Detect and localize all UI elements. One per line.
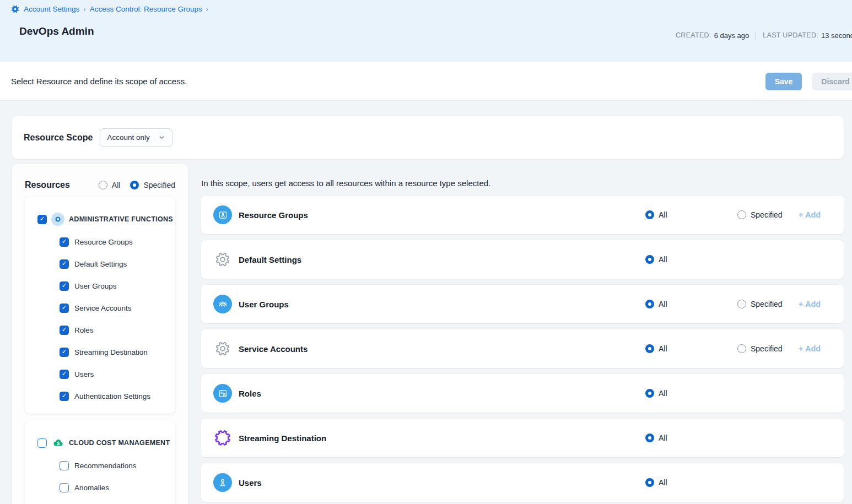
page-header: Account Settings › Access Control: Resou… <box>0 0 852 62</box>
radio-selected-icon <box>645 433 654 442</box>
resource-row-label: Default Settings <box>239 255 301 264</box>
resource-scope-card: Resource Scope Account only <box>12 116 844 159</box>
admin-functions-icon <box>51 213 64 226</box>
breadcrumb-access-control[interactable]: Access Control: Resource Groups <box>90 5 202 13</box>
user-groups-icon <box>213 295 232 313</box>
group-checkbox[interactable] <box>37 438 47 448</box>
chevron-down-icon <box>159 133 165 143</box>
resource-rows: Resource Groups All Specified + Add Defa… <box>201 196 844 502</box>
resource-check-item: Users <box>25 363 175 385</box>
page: Account Settings › Access Control: Resou… <box>0 0 852 504</box>
default-settings-gear-icon <box>213 250 232 269</box>
item-checkbox[interactable] <box>60 326 69 335</box>
resource-row-label: Streaming Destination <box>239 433 326 443</box>
row-radio-all[interactable]: All <box>645 255 667 264</box>
resources-radio-specified[interactable]: Specified <box>130 181 175 189</box>
streaming-destination-icon <box>213 429 232 447</box>
item-label: Resource Groups <box>74 238 133 246</box>
item-label: Roles <box>74 326 94 334</box>
roles-icon <box>213 384 232 403</box>
created-value: 6 days ago <box>714 31 749 40</box>
last-updated-value: 13 seconds ago <box>821 31 852 40</box>
radio-selected-icon <box>645 344 654 353</box>
row-radio-specified[interactable]: Specified <box>737 300 783 308</box>
add-button[interactable]: + Add <box>799 300 821 308</box>
item-checkbox[interactable] <box>60 259 69 269</box>
resource-check-item: Service Accounts <box>25 297 175 319</box>
row-radio-specified[interactable]: Specified <box>737 344 783 353</box>
breadcrumb-account-settings[interactable]: Account Settings <box>24 5 79 13</box>
item-checkbox[interactable] <box>60 348 69 357</box>
discard-button[interactable]: Discard <box>812 73 852 90</box>
group-label: ADMINISTRATIVE FUNCTIONS <box>69 215 173 223</box>
group-header: ADMINISTRATIVE FUNCTIONS <box>25 210 175 229</box>
resource-check-item: User Groups <box>25 275 175 297</box>
resource-check-item: Roles <box>25 319 175 341</box>
row-radio-all[interactable]: All <box>645 389 667 398</box>
row-radio-all[interactable]: All <box>645 300 667 308</box>
group-items: Resource Groups Default Settings User Gr… <box>25 231 175 407</box>
row-radio-all[interactable]: All <box>645 478 667 487</box>
resources-sidebar: Resources All Specified ADMINISTRATIVE F… <box>12 164 188 504</box>
radio-selected-icon <box>645 478 654 487</box>
item-checkbox[interactable] <box>60 392 69 401</box>
item-checkbox[interactable] <box>60 370 69 379</box>
resource-row: User Groups All Specified + Add <box>201 285 844 323</box>
item-label: Default Settings <box>74 260 127 268</box>
item-checkbox[interactable] <box>60 281 69 291</box>
svg-text:$: $ <box>57 441 60 446</box>
resource-scope-value: Account only <box>107 133 149 142</box>
resource-row: Default Settings All <box>201 240 844 279</box>
last-updated-label: LAST UPDATED: <box>763 31 818 39</box>
resource-row: Streaming Destination All <box>201 419 844 457</box>
resource-row: Users All <box>201 463 844 502</box>
item-label: Authentication Settings <box>74 392 150 400</box>
breadcrumb: Account Settings › Access Control: Resou… <box>11 5 208 13</box>
item-label: User Groups <box>74 282 117 290</box>
resource-check-item: Resource Groups <box>25 231 175 253</box>
meta-divider <box>756 31 756 40</box>
radio-selected-icon <box>645 300 654 308</box>
resource-check-item: Streaming Destination <box>25 341 175 363</box>
row-radio-all[interactable]: All <box>645 344 667 353</box>
radio-selected-icon <box>130 181 139 189</box>
add-button[interactable]: + Add <box>799 344 821 353</box>
item-label: Streaming Destination <box>74 348 148 356</box>
save-button[interactable]: Save <box>765 73 802 90</box>
item-label: Recommendations <box>74 462 137 470</box>
scope-intro-text: In this scope, users get access to all r… <box>201 178 844 188</box>
content-area: Resource Scope Account only Resources Al… <box>0 101 852 504</box>
item-label: Anomalies <box>74 484 109 492</box>
resources-header: Resources All Specified <box>12 164 188 190</box>
resource-scope-dropdown[interactable]: Account only <box>100 128 172 147</box>
row-radio-all[interactable]: All <box>645 433 667 442</box>
resource-check-item: Recommendations <box>25 454 175 476</box>
group-header: $ CLOUD COST MANAGEMENT <box>25 433 175 452</box>
resource-check-item: Folders <box>25 498 175 504</box>
add-button[interactable]: + Add <box>799 210 821 219</box>
group-checkbox[interactable] <box>37 215 47 224</box>
row-radio-specified[interactable]: Specified <box>737 210 783 219</box>
action-toolbar: Select Resource and define its scope of … <box>0 62 852 101</box>
radio-icon <box>99 181 107 189</box>
item-checkbox[interactable] <box>60 237 69 247</box>
radio-icon <box>737 300 746 308</box>
chevron-right-icon: › <box>206 5 208 13</box>
resource-group-card: $ CLOUD COST MANAGEMENT Recommendations … <box>25 420 175 504</box>
service-accounts-gear-icon <box>213 339 232 358</box>
resources-radio-all[interactable]: All <box>99 181 121 189</box>
cloud-cost-icon: $ <box>51 436 64 449</box>
settings-gear-icon <box>11 5 19 13</box>
item-checkbox[interactable] <box>60 483 69 492</box>
users-icon <box>213 473 232 492</box>
item-label: Service Accounts <box>74 304 132 312</box>
item-checkbox[interactable] <box>60 304 69 313</box>
resource-group-card: ADMINISTRATIVE FUNCTIONS Resource Groups… <box>25 197 175 414</box>
meta-info: CREATED: 6 days ago LAST UPDATED: 13 sec… <box>676 31 852 40</box>
item-checkbox[interactable] <box>60 461 69 470</box>
row-radio-all[interactable]: All <box>645 210 667 219</box>
radio-selected-icon <box>645 255 654 264</box>
page-title: DevOps Admin <box>19 25 94 37</box>
resource-row: Resource Groups All Specified + Add <box>201 196 844 234</box>
resource-row-label: Service Accounts <box>239 344 308 354</box>
